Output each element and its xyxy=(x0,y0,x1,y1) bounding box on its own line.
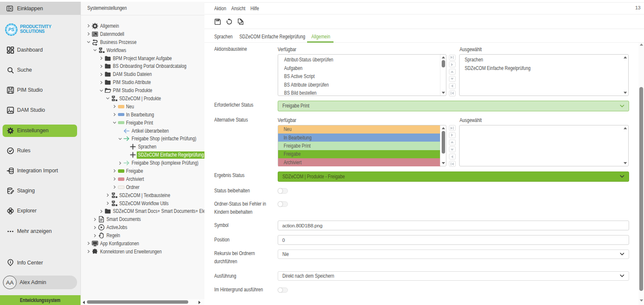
sidebar-item-info-center[interactable]: Info Center xyxy=(3,256,77,269)
chevron-right-icon[interactable] xyxy=(100,81,103,84)
chevron-right-icon[interactable] xyxy=(106,201,109,205)
tree-node[interactable]: Regeln xyxy=(81,232,204,240)
undo-button[interactable] xyxy=(226,18,233,25)
listbox-option[interactable]: BS Attribute überprüfen xyxy=(284,82,329,88)
sidebar-item-mehr-anzeigen[interactable]: Mehr anzeigen xyxy=(3,225,77,238)
chevron-down-icon[interactable] xyxy=(87,40,90,44)
transfer-left-button[interactable] xyxy=(449,83,456,89)
tree-node[interactable]: Neu xyxy=(81,102,204,110)
sidebar-item-dashboard[interactable]: Dashboard xyxy=(3,44,77,56)
symbol-input[interactable] xyxy=(278,221,630,230)
listbox-option[interactable]: Neu xyxy=(278,125,440,134)
tree-node[interactable]: SDZeCOM Einfache Regelprüfung xyxy=(81,151,204,159)
aktionsbausteine-selected-listbox[interactable]: SprachenSDZeCOM Einfache Regelprüfung xyxy=(459,54,629,96)
sidebar-item-suche[interactable]: Suche xyxy=(3,64,77,76)
scroll-down-icon[interactable] xyxy=(442,92,445,94)
sidebar-collapse-button[interactable]: Einklappen xyxy=(0,2,80,15)
transfer-left-end-button[interactable] xyxy=(449,90,456,96)
listbox-scrollbar-thumb[interactable] xyxy=(442,131,445,154)
chevron-right-icon[interactable] xyxy=(87,32,90,36)
scroll-up-icon[interactable] xyxy=(624,56,627,58)
listbox-scrollbar[interactable] xyxy=(440,125,446,166)
tree-node[interactable]: Freigabe Print xyxy=(81,119,204,127)
erforderlicher_status-select[interactable]: Freigabe Print xyxy=(278,101,630,111)
chevron-right-icon[interactable] xyxy=(113,185,116,189)
chevron-right-icon[interactable] xyxy=(106,193,109,197)
listbox-option[interactable]: In Bearbeitung xyxy=(278,134,440,142)
sidebar-item-staging[interactable]: Staging xyxy=(3,185,77,197)
transfer-down-button[interactable] xyxy=(449,146,456,152)
tab-sdzecom-einfache-regelprüfung[interactable]: SDZeCOM Einfache Regelprüfung xyxy=(239,30,305,44)
listbox-option[interactable]: Attribut-Status überprüfen xyxy=(284,57,333,63)
scroll-down-icon[interactable] xyxy=(624,162,627,164)
status_beibehalten-toggle[interactable] xyxy=(278,188,288,194)
main-vertical-scrollbar[interactable] xyxy=(638,43,644,305)
transfer-down-button[interactable] xyxy=(449,76,456,82)
scroll-up-icon[interactable] xyxy=(442,127,445,129)
listbox-option[interactable]: BS Active Script xyxy=(284,73,315,79)
scroll-left-icon[interactable] xyxy=(83,301,85,304)
tree-scrollbar-thumb[interactable] xyxy=(87,300,188,304)
chevron-right-icon[interactable] xyxy=(113,105,116,108)
tree-node[interactable]: PIM Studio Produkte xyxy=(81,87,204,95)
tree-node[interactable]: DAM Studio Dateien xyxy=(81,70,204,78)
transfer-right-button[interactable] xyxy=(449,132,456,138)
listbox-option[interactable]: Freigabe Print xyxy=(278,142,440,150)
chevron-down-icon[interactable] xyxy=(113,121,116,125)
tree-node[interactable]: ActiveJobs xyxy=(81,224,204,232)
position-input[interactable] xyxy=(278,235,630,245)
tree-node[interactable]: Smart Documents xyxy=(81,215,204,224)
sidebar-item-explorer[interactable]: Explorer xyxy=(3,205,77,217)
chevron-down-icon[interactable] xyxy=(100,89,103,93)
sidebar-item-pim-studio[interactable]: PIM Studio xyxy=(3,84,77,96)
tree-node[interactable]: Freigabe Shop (komplexe Prüfung) xyxy=(81,159,204,167)
listbox-scrollbar-thumb[interactable] xyxy=(442,60,445,67)
scroll-right-icon[interactable] xyxy=(198,301,201,304)
chevron-right-icon[interactable] xyxy=(87,241,90,245)
scroll-down-icon[interactable] xyxy=(640,299,643,302)
rekursiv-select[interactable]: Nie xyxy=(278,250,630,259)
chevron-right-icon[interactable] xyxy=(100,56,103,60)
listbox-option[interactable]: BS Bild bestellen xyxy=(284,90,316,96)
chevron-right-icon[interactable] xyxy=(100,209,103,213)
listbox-scrollbar[interactable] xyxy=(440,55,446,96)
chevron-right-icon[interactable] xyxy=(100,64,103,68)
chevron-right-icon[interactable] xyxy=(118,161,122,165)
tree-node[interactable]: SDZeCOM | Textbausteine xyxy=(81,191,204,199)
main-scrollbar-thumb[interactable] xyxy=(639,87,643,291)
scroll-up-icon[interactable] xyxy=(442,56,445,58)
chevron-right-icon[interactable] xyxy=(100,73,103,76)
menu-aktion[interactable]: Aktion xyxy=(214,6,226,12)
sidebar-item-integration-import[interactable]: Integration Import xyxy=(3,165,77,177)
chevron-right-icon[interactable] xyxy=(87,24,90,28)
listbox-option[interactable]: Aufgaben xyxy=(284,65,302,71)
ordner_status-toggle[interactable] xyxy=(278,201,288,207)
tree-node[interactable]: Konnektoren und Erweiterungen xyxy=(81,247,204,256)
aktionsbausteine-available-listbox[interactable]: Attribut-Status überprüfenAufgabenBS Act… xyxy=(278,54,447,96)
sidebar-item-einstellungen[interactable]: Einstellungen xyxy=(3,125,77,137)
listbox-option[interactable]: Archiviert xyxy=(278,158,440,166)
tree-node[interactable]: Sprachen xyxy=(81,143,204,151)
scroll-up-icon[interactable] xyxy=(640,44,643,46)
sidebar-item-dam-studio[interactable]: DAM Studio xyxy=(3,104,77,116)
tree-node[interactable]: Artikel überarbeiten xyxy=(81,127,204,135)
alternative_status-available-listbox[interactable]: NeuIn BearbeitungFreigabe PrintFreigabeA… xyxy=(278,125,447,167)
chevron-right-icon[interactable] xyxy=(93,226,97,229)
scroll-up-icon[interactable] xyxy=(624,127,627,129)
im_hintergrund-toggle[interactable] xyxy=(278,288,288,293)
scroll-down-icon[interactable] xyxy=(624,92,627,94)
transfer-up-button[interactable] xyxy=(449,139,456,145)
tree-node[interactable]: Datenmodell xyxy=(81,30,204,38)
tree-node[interactable]: App Konfigurationen xyxy=(81,240,204,248)
chevron-right-icon[interactable] xyxy=(113,113,116,116)
transfer-left-button[interactable] xyxy=(449,154,456,160)
transfer-right-button[interactable] xyxy=(449,61,456,67)
tree-node[interactable]: SDZeCOM | Produkte xyxy=(81,95,204,103)
tab-sprachen[interactable]: Sprachen xyxy=(214,30,233,44)
chevron-down-icon[interactable] xyxy=(93,48,97,52)
chevron-right-icon[interactable] xyxy=(93,234,97,238)
listbox-option[interactable]: SDZeCOM Einfache Regelprüfung xyxy=(465,65,531,71)
tree-node[interactable]: In Bearbeitung xyxy=(81,110,204,119)
chevron-right-icon[interactable] xyxy=(113,169,116,173)
chevron-right-icon[interactable] xyxy=(87,250,90,253)
